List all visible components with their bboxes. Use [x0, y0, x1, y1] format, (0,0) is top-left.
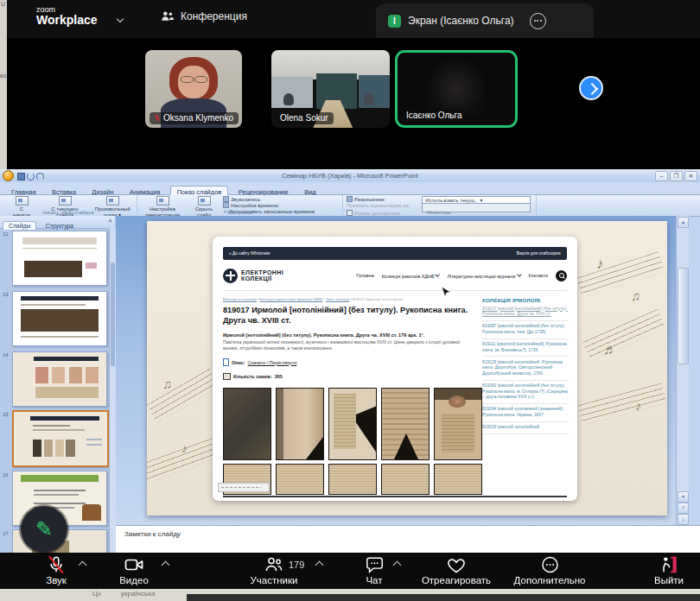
document-icon	[223, 358, 229, 366]
undo-icon[interactable]	[27, 173, 35, 180]
taskbar-fragment-bar	[187, 594, 700, 601]
slide-thumbnail-15-selected[interactable]	[12, 410, 109, 467]
music-note-decoration: ♪	[181, 441, 188, 455]
tab-slides[interactable]: Слайды	[3, 221, 36, 230]
ppt-title-bar[interactable]: Семінар НБУВ (Харків) - Microsoft PowerP…	[0, 169, 700, 182]
back-to-library-link[interactable]: « До сайту бібліотеки	[229, 251, 270, 256]
video-tile-oksana[interactable]: Oksana Klymenko	[145, 50, 242, 128]
search-icon[interactable]	[556, 270, 567, 282]
annotate-pencil-button[interactable]: ✎	[21, 506, 67, 553]
video-tile-olena[interactable]: Olena Sokur	[271, 50, 390, 128]
ribbon-group-start-slideshow: Сначала С текущегослайда Произвольныйпок…	[0, 195, 137, 215]
slideshow-icon	[106, 196, 119, 206]
music-note-decoration: ♬	[603, 342, 617, 357]
save-icon[interactable]	[17, 173, 25, 180]
manuscript-thumb[interactable]	[328, 388, 377, 460]
workspace-chevron-down-icon[interactable]	[117, 16, 124, 22]
participants-button[interactable]: Участники	[226, 555, 321, 585]
scrollbar-thumb[interactable]	[678, 268, 689, 364]
thumb-image	[55, 440, 65, 457]
tab-conference[interactable]: Конференция	[161, 10, 247, 22]
tab-more-options-icon[interactable]	[530, 13, 546, 29]
manuscript-thumb[interactable]	[434, 464, 482, 495]
thumb-image	[35, 387, 99, 399]
language-indicator: українська	[121, 590, 155, 598]
collection-sidebar: КОЛЕКЦІЯ ІРМОЛОЇВ 819017 Ірмолой [нотолі…	[482, 297, 569, 501]
site-logo-text[interactable]: ЕЛЕКТРОННІКОЛЕКЦІЇ	[241, 269, 283, 282]
manuscript-thumb[interactable]	[381, 464, 430, 495]
panel-scrollbar[interactable]	[109, 228, 116, 553]
chevron-right-icon	[586, 83, 598, 95]
screen-share-badge: I	[388, 15, 401, 28]
sidebar-item[interactable]: 819087 Ірмолой нотолінійний (без титулу)…	[482, 321, 569, 339]
panel-close-icon[interactable]: ×	[108, 217, 112, 225]
record-narration-button[interactable]: Звукозапись	[223, 196, 260, 202]
tab-conference-label: Конференция	[181, 10, 247, 22]
office-button[interactable]	[3, 170, 14, 181]
next-slide-icon[interactable]: ⇣	[678, 514, 689, 525]
minimize-button[interactable]: –	[655, 171, 668, 181]
slide-thumbnail-14[interactable]	[12, 351, 107, 407]
tile1-glasses	[194, 76, 207, 83]
heart-icon	[446, 555, 467, 574]
tab-outline[interactable]: Структура	[41, 222, 79, 230]
thumb-image	[86, 263, 97, 269]
sidebar-item[interactable]: 819125 Ірмолой нотолінійний. Рукописна к…	[482, 357, 569, 380]
manuscript-thumb[interactable]	[223, 388, 271, 460]
slide-thumbnail-13[interactable]	[12, 291, 107, 346]
close-button[interactable]: ✕	[684, 171, 697, 181]
video-button[interactable]: Видео	[86, 555, 181, 585]
manuscript-thumb[interactable]	[434, 388, 482, 460]
participant-name-label: Oksana Klymenko	[150, 112, 239, 124]
redo-icon[interactable]	[36, 173, 44, 180]
website-screenshot: « До сайту бібліотеки Версія для слабозо…	[213, 237, 577, 501]
slide-thumbnail-12[interactable]	[12, 231, 107, 286]
manuscript-thumb[interactable]	[381, 388, 430, 460]
tab-screen-share[interactable]: I Экран (Ісаєнко Ольга)	[376, 3, 594, 38]
main-scrollbar[interactable]: ▲ ▼ ⇡ ⇣	[676, 216, 689, 525]
scans-count: 365	[275, 374, 283, 379]
pencil-icon: ✎	[35, 517, 53, 541]
thumb-image	[35, 367, 48, 383]
download-view-links[interactable]: Скачати / Переглянути	[248, 360, 297, 365]
thumb-image	[66, 440, 75, 457]
music-note-decoration: ♪	[596, 256, 604, 273]
rehearse-timings-button[interactable]: Настройка времени	[223, 202, 278, 208]
nav-journals[interactable]: Літературно-мистецькі журнали	[447, 273, 520, 279]
chat-button[interactable]: Чат	[327, 555, 422, 585]
react-button[interactable]: Отреагировать	[409, 555, 504, 585]
nav-irmoloi-collection[interactable]: Колекція ірмолоїв ХДНБ	[382, 273, 440, 279]
nav-home[interactable]: Головна	[356, 273, 373, 278]
scroll-down-icon[interactable]: ▼	[678, 491, 689, 503]
nav-contacts[interactable]: Контакти	[529, 273, 548, 278]
manuscript-thumb[interactable]	[276, 388, 324, 460]
sidebar-item[interactable]: 819519 Ірмолой нотолінійний	[482, 422, 569, 434]
participant-name-label: Ісаєнко Ольга	[402, 110, 468, 122]
site-body: Електронні колекції / Колекція українськ…	[223, 297, 567, 501]
header-divider	[223, 290, 567, 291]
sidebar-item-current[interactable]: 819017 Ірмолой [нотолінійний] (без титул…	[482, 303, 569, 321]
slides-panel: Слайды Структура × 12 13 14 15	[0, 216, 117, 553]
thumb-image	[52, 367, 65, 383]
manuscript-thumb[interactable]	[276, 464, 324, 495]
participants-count: 179	[289, 560, 304, 570]
sidebar-item[interactable]: 819111 Ірмологій [нотолінійний]. Рукопис…	[482, 339, 569, 357]
previous-slide-icon[interactable]: ⇡	[678, 503, 689, 514]
scroll-up-icon[interactable]: ▲	[678, 217, 689, 228]
notes-pane[interactable]: Заметки к слайду	[116, 525, 700, 553]
more-button[interactable]: Дополнительно	[502, 555, 597, 585]
sidebar-item[interactable]: 819294 Ірмолой кулизмяний (знаменний). Р…	[482, 404, 569, 422]
video-tile-isaenko-active[interactable]: Ісаєнко Ольга	[395, 50, 518, 128]
accessibility-link[interactable]: Версія для слабозорих	[517, 251, 561, 256]
thumb-image	[44, 440, 54, 457]
edge-fragment: U	[1, 1, 5, 7]
thumb-image	[33, 440, 42, 457]
sidebar-item[interactable]: 819162 Ірмолой нотолінійний (без титулу)…	[482, 381, 569, 404]
collections-logo-icon[interactable]	[223, 269, 238, 283]
next-participants-button[interactable]	[579, 76, 603, 100]
slideshow-icon	[16, 196, 29, 206]
manuscript-thumb[interactable]	[328, 464, 377, 495]
leave-button[interactable]: Выйти	[621, 555, 700, 585]
panel-scrollbar-thumb[interactable]	[111, 263, 115, 366]
restore-button[interactable]: ❐	[670, 171, 683, 181]
